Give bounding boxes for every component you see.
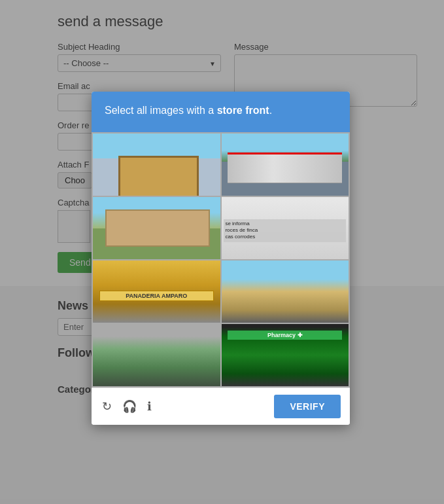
captcha-image-5[interactable]: PANADERIA AMPARO <box>93 261 220 323</box>
captcha-image-2[interactable] <box>222 134 349 196</box>
captcha-instruction: Select all images with a <box>105 105 214 116</box>
captcha-image-7[interactable] <box>93 324 220 386</box>
captcha-image-1[interactable] <box>93 134 220 196</box>
info-icon: ℹ <box>147 399 152 414</box>
captcha-modal: Select all images with a store front. se… <box>92 92 350 425</box>
captcha-period: . <box>269 105 272 116</box>
captcha-icon-group: ↻ 🎧 ℹ <box>101 398 153 415</box>
reload-icon: ↻ <box>102 399 112 414</box>
captcha-image-grid: se informaroces de fincacas corrodes PAN… <box>92 132 350 387</box>
store-sign-overlay: PANADERIA AMPARO <box>99 291 214 301</box>
captcha-audio-button[interactable]: 🎧 <box>121 398 138 415</box>
pharmacy-sign-overlay: Pharmacy ✚ <box>228 331 342 340</box>
captcha-header: Select all images with a store front. <box>92 92 350 132</box>
captcha-image-3[interactable] <box>93 197 220 259</box>
captcha-footer: ↻ 🎧 ℹ VERIFY <box>92 387 350 425</box>
store-text-overlay: se informaroces de fincacas corrodes <box>224 219 346 242</box>
captcha-subject: store front <box>217 105 269 116</box>
captcha-image-8[interactable]: Pharmacy ✚ <box>222 324 349 386</box>
verify-button[interactable]: VERIFY <box>274 395 341 418</box>
captcha-reload-button[interactable]: ↻ <box>101 398 113 415</box>
captcha-image-4[interactable]: se informaroces de fincacas corrodes <box>222 197 349 259</box>
headphone-icon: 🎧 <box>122 399 137 414</box>
captcha-image-6[interactable] <box>222 261 349 323</box>
captcha-info-button[interactable]: ℹ <box>146 398 153 415</box>
